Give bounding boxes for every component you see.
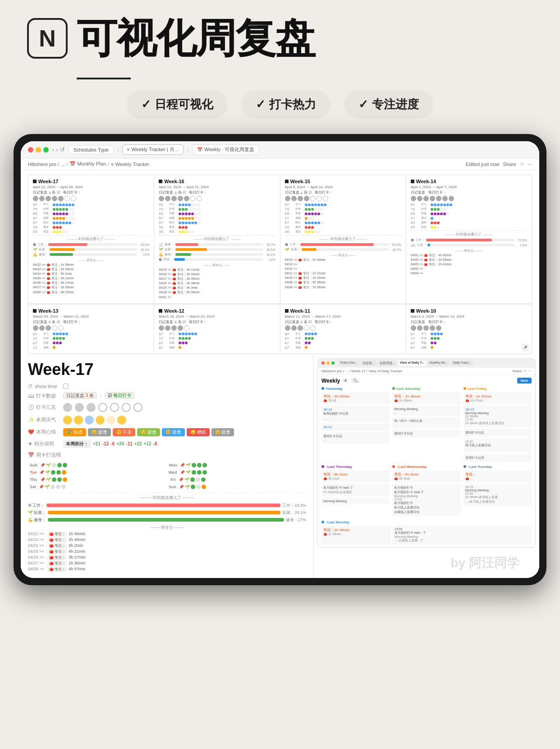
mini-tab-1[interactable]: Todos Doc... bbox=[338, 361, 359, 366]
col-last-friday: Last Friday 专注：1h 37min 🍅 1h 37min 18:15… bbox=[464, 387, 532, 462]
edited-status: Edited just now bbox=[466, 162, 500, 167]
check-icon-2: ✓ bbox=[256, 97, 266, 111]
week-card-15: Week-15 April 8, 2024 → April 14, 2024 日… bbox=[280, 175, 406, 303]
col-saturday-header: Last Saturday bbox=[392, 387, 460, 391]
feature-1: ✓ 日程可视化 bbox=[127, 90, 228, 119]
notion-actions: Edited just now Share ☆ ··· bbox=[466, 161, 532, 167]
more-icon[interactable]: ··· bbox=[528, 162, 532, 167]
mon-card-1: 专注：1h 38min 🍅 1h 38min bbox=[321, 526, 391, 545]
checkin-desc-row: 📅周卡打说明 bbox=[28, 452, 306, 458]
show-time-row: ⏱show time bbox=[28, 384, 306, 389]
forward-btn[interactable]: › bbox=[56, 146, 58, 153]
blue-dot bbox=[321, 387, 324, 390]
thu-card-2: 各方面的打卡 task-了 7h 19min以去直接的 bbox=[321, 484, 390, 496]
circle-7 bbox=[133, 403, 142, 412]
feature-label-2: 打卡热力 bbox=[269, 97, 316, 112]
sat-card-3: 有一些小一些的心意 … bbox=[392, 417, 460, 428]
close-btn[interactable] bbox=[28, 147, 33, 153]
time-entry-work: ⚙工作： 工作：43.9% bbox=[28, 503, 306, 509]
mini-browser-bar: Todos Doc... 日定档... 自然周进... View of Dail… bbox=[318, 359, 535, 368]
mini-search-btn[interactable]: 🔍 bbox=[351, 378, 359, 383]
mini-tabs: Todos Doc... 日定档... 自然周进... View of Dail… bbox=[338, 361, 473, 366]
sat-card-4: 晨间打卡日志 bbox=[392, 430, 460, 438]
header: N 可视化周复盘 bbox=[0, 0, 560, 72]
time-analysis-title: --------- 时间都去哪儿了 --------- bbox=[28, 493, 306, 501]
reload-btn[interactable]: ↺ bbox=[60, 146, 65, 153]
mini-star[interactable]: ☆ bbox=[523, 369, 527, 373]
back-btn[interactable]: ‹ bbox=[52, 146, 54, 153]
watermark: by 阿汪同学 bbox=[451, 555, 519, 572]
col-friday-header: Last Friday bbox=[464, 387, 532, 391]
browser-tab-2[interactable]: ≡ Weekly Tracker | 月... bbox=[122, 144, 184, 155]
show-time-checkbox[interactable] bbox=[63, 384, 69, 389]
mini-page-title: Weekly bbox=[321, 378, 340, 384]
col-last-tuesday: ↑Last Tuesday 专注： 🍅 18:15 Morning Meetin… bbox=[464, 465, 532, 518]
circle-5 bbox=[110, 403, 119, 412]
browser-tab-3[interactable]: 📅 Weekly · 可视化周复盘 bbox=[192, 144, 259, 155]
star-icon[interactable]: ☆ bbox=[520, 161, 524, 167]
fri-card-4: 13:31 练习线上直播活动 … bbox=[464, 438, 532, 453]
breadcrumb-root[interactable]: Httishere pro / ... bbox=[28, 162, 64, 167]
week-card-13: Week-13 March 25, 2024 → March 31, 2024 … bbox=[28, 305, 154, 354]
y-card-1: 专注：4h 55min 🍅 35:16 bbox=[321, 392, 390, 404]
mini-notion-header: Httishere pro / ... / Week-17 / View of … bbox=[318, 368, 535, 375]
mini-max[interactable] bbox=[331, 361, 335, 365]
circle-4 bbox=[98, 403, 107, 412]
mini-tab-3[interactable]: 自然周进... bbox=[378, 361, 397, 366]
y-card-4: 晨间打卡日志 … bbox=[321, 432, 390, 444]
week-grid-row1: Week-17 April 22, 2024 → April 28, 2024 … bbox=[28, 175, 532, 304]
purple-dot bbox=[321, 465, 324, 468]
mini-more[interactable]: ··· bbox=[528, 369, 532, 373]
tab2-label: Weekly Tracker | 月... bbox=[131, 146, 179, 153]
minimize-btn[interactable] bbox=[36, 147, 41, 153]
mini-tab-2[interactable]: 日定档... bbox=[361, 361, 376, 366]
emotion-tired: 😴 疲惫 bbox=[88, 428, 111, 436]
breadcrumb-monthly[interactable]: 📅 Monthly Plan bbox=[69, 161, 106, 167]
right-panel-inner: Todos Doc... 日定档... 自然周进... View of Dail… bbox=[314, 355, 539, 551]
focus-note-6: 04/27 >> 🍅 专注： 1h 30min bbox=[28, 561, 306, 566]
feature-label-3: 专注进度 bbox=[372, 97, 419, 112]
health-icon: 💪 bbox=[28, 518, 33, 522]
heart-icon: ❤️ bbox=[28, 429, 34, 435]
mini-share[interactable]: Share bbox=[512, 369, 522, 373]
maximize-btn[interactable] bbox=[43, 147, 49, 153]
mini-min[interactable] bbox=[326, 361, 330, 365]
mini-tab-4-active[interactable]: View of Daily T... bbox=[398, 361, 426, 366]
col-last-saturday: Last Saturday 专注：1h 38min 🍅 1h 38min Mor… bbox=[392, 387, 460, 462]
mini-filter-btn[interactable]: ≡ bbox=[343, 378, 349, 383]
circle-1 bbox=[63, 403, 72, 412]
bottom-section: Week-17 ⏱show time 📖打卡数据 日記复盘 3 条 | ☑ 每日… bbox=[21, 355, 539, 578]
legend-section: Sub 📌🌱 Mon 📌🌱 bbox=[28, 462, 306, 490]
mini-tab-6[interactable]: Daily Track... bbox=[451, 361, 473, 366]
mini-content: Weekly ≡ 🔍 New bbox=[318, 375, 535, 547]
mon-card-2: 15:00 各方面的打卡 task - 了 Morning Meeting … … bbox=[393, 526, 532, 545]
week-card-16: Week-16 April 15, 2024 → April 21, 2024 … bbox=[154, 175, 280, 303]
tablet-screen: ‹ › ↺ Schedules Type | ≡ Weekly Tracker … bbox=[21, 141, 539, 578]
tab-sep-2: | bbox=[187, 147, 188, 153]
week-grid-row2: Week-13 March 25, 2024 → March 31, 2024 … bbox=[28, 304, 532, 354]
mini-new-btn[interactable]: New bbox=[517, 378, 532, 384]
diary-badge: 日記复盘 3 条 bbox=[63, 392, 97, 399]
sat-card-1: 专注：1h 38min 🍅 1h 38min bbox=[392, 392, 460, 404]
wed-card-2: 各方面的打卡 各方面的打卡 task-了 Morning Meeting 12:… bbox=[392, 484, 460, 516]
share-button[interactable]: Share bbox=[503, 162, 516, 167]
circle-6 bbox=[122, 403, 131, 412]
breadcrumb-weekly[interactable]: ≡ Weekly Tracker bbox=[111, 162, 149, 167]
weather-row: ✨本周天气 bbox=[28, 416, 306, 425]
col-yesterday: Yesterday 专注：4h 55min 🍅 35:16 38:14 每周回顾… bbox=[321, 387, 390, 462]
emotion-tired2: 😴 疲惫 bbox=[211, 428, 234, 436]
emotion-row: ❤️本周心情 😰 焦虑 😴 疲惫 😕 不是 😌 疲惫 😊 疲惫 😞 糟糕 😴 疲… bbox=[28, 428, 306, 436]
focus-note-1: 04/22 >> 🍅 专注： 1h 56min bbox=[28, 532, 306, 536]
col-last-thursday: ↑Last Thursday 专注：8h 2min 🍅 4h 2min 各方面的… bbox=[321, 465, 390, 518]
browser-tab-1[interactable]: Schedules Type bbox=[69, 145, 114, 154]
green-dot bbox=[392, 387, 395, 390]
blue2-dot bbox=[321, 521, 324, 523]
feature-label-1: 日程可视化 bbox=[155, 97, 213, 112]
right-panel: Todos Doc... 日定档... 自然周进... View of Dail… bbox=[314, 355, 539, 578]
check-icon-3: ✓ bbox=[358, 97, 368, 111]
expand-btn[interactable]: ↗ bbox=[522, 344, 529, 351]
daily-checkin-badge: ☑ 每日打卡 bbox=[105, 392, 134, 399]
mini-close[interactable] bbox=[321, 361, 325, 365]
time-entry-health: 💪健身： 健身：27% bbox=[28, 517, 306, 523]
mini-tab-5[interactable]: Healthy Me... bbox=[427, 361, 450, 366]
